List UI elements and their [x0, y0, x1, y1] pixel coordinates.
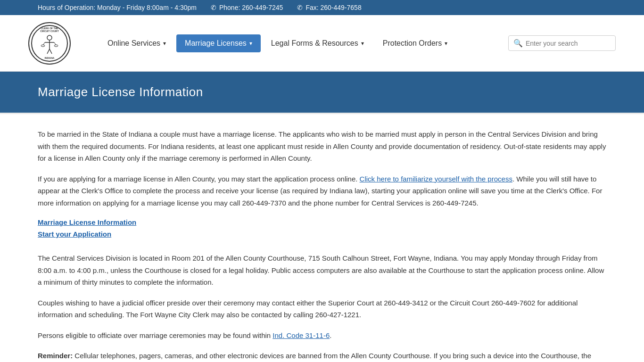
chevron-down-icon: ▾	[361, 40, 364, 47]
online-application-paragraph: If you are applying for a marriage licen…	[38, 173, 606, 209]
hours-item: Hours of Operation: Monday - Friday 8:00…	[38, 4, 197, 11]
reminder-text: Cellular telephones, pagers, cameras, an…	[38, 352, 591, 362]
para5-before-link: Persons eligible to officiate over marri…	[38, 331, 272, 339]
familiarize-link[interactable]: Click here to familiarize yourself with …	[360, 175, 512, 183]
nav-item-protection-orders[interactable]: Protection Orders ▾	[374, 34, 456, 52]
marriage-license-info-link[interactable]: Marriage License Information	[38, 218, 606, 226]
fax-text: Fax: 260-449-7658	[305, 4, 361, 11]
search-icon: 🔍	[513, 39, 523, 48]
top-bar: Hours of Operation: Monday - Friday 8:00…	[0, 0, 644, 15]
nav-label-protection-orders: Protection Orders	[383, 39, 442, 48]
ind-code-link[interactable]: Ind. Code 31-11-6	[272, 331, 330, 339]
nav-label-online-services: Online Services	[107, 39, 160, 48]
chevron-down-icon: ▾	[163, 40, 166, 47]
start-application-link[interactable]: Start your Application	[38, 230, 606, 238]
officiate-paragraph: Persons eligible to officiate over marri…	[38, 329, 606, 342]
svg-line-10	[47, 49, 50, 54]
nav-item-marriage-licenses[interactable]: Marriage Licenses ▾	[176, 34, 261, 52]
search-input[interactable]	[526, 40, 611, 47]
logo-area: CLERK OF THE CIRCUIT COURT INDIANA	[28, 22, 71, 65]
main-nav: Online Services ▾ Marriage Licenses ▾ Le…	[99, 34, 508, 52]
fax-item: ✆ Fax: 260-449-7658	[297, 4, 361, 11]
search-area[interactable]: 🔍	[508, 35, 616, 51]
nav-label-marriage-licenses: Marriage Licenses	[185, 39, 247, 48]
svg-text:CIRCUIT COURT: CIRCUIT COURT	[40, 30, 58, 33]
main-content: To be married in the State of Indiana a …	[0, 114, 644, 362]
judicial-officer-paragraph: Couples wishing to have a judicial offic…	[38, 297, 606, 321]
logo: CLERK OF THE CIRCUIT COURT INDIANA	[28, 22, 71, 65]
svg-text:INDIANA: INDIANA	[45, 57, 55, 59]
links-section: Marriage License Information Start your …	[38, 218, 606, 238]
nav-item-legal-forms[interactable]: Legal Forms & Resources ▾	[263, 34, 372, 52]
svg-line-11	[50, 49, 52, 54]
hours-text: Hours of Operation: Monday - Friday 8:00…	[38, 4, 197, 11]
phone-item: ✆ Phone: 260-449-7245	[211, 4, 283, 11]
para5-after-link: .	[330, 331, 331, 339]
page-banner: Marriage License Information	[0, 72, 644, 113]
chevron-down-icon: ▾	[249, 40, 252, 47]
location-paragraph: The Central Services Division is located…	[38, 252, 606, 288]
svg-point-3	[47, 35, 52, 40]
para2-before-link: If you are applying for a marriage licen…	[38, 175, 360, 183]
chevron-down-icon: ▾	[445, 40, 447, 47]
phone-icon: ✆	[211, 4, 216, 11]
phone-text: Phone: 260-449-7245	[219, 4, 283, 11]
intro-paragraph: To be married in the State of Indiana a …	[38, 128, 606, 165]
nav-item-online-services[interactable]: Online Services ▾	[99, 34, 174, 52]
nav-label-legal-forms: Legal Forms & Resources	[271, 39, 358, 48]
fax-icon: ✆	[297, 4, 303, 11]
reminder-paragraph: Reminder: Cellular telephones, pagers, c…	[38, 350, 606, 362]
page-title: Marriage License Information	[38, 85, 606, 99]
header: CLERK OF THE CIRCUIT COURT INDIANA Onlin…	[0, 15, 644, 72]
reminder-label: Reminder:	[38, 352, 73, 360]
